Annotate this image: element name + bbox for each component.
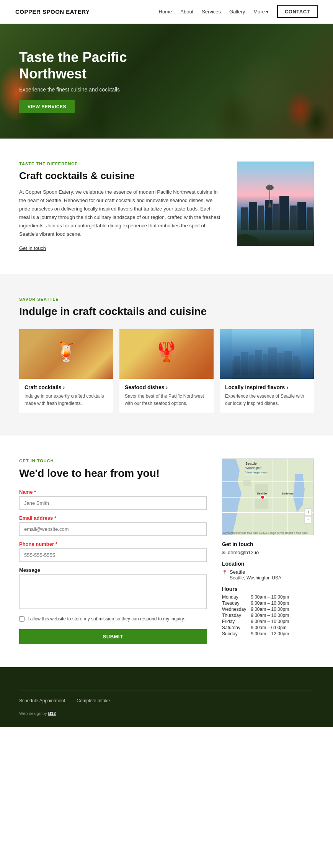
svg-rect-7 — [279, 196, 289, 230]
email-label: Email address * — [19, 515, 207, 521]
svg-rect-5 — [265, 200, 273, 230]
nav-link-gallery[interactable]: Gallery — [229, 9, 245, 15]
svg-rect-8 — [290, 206, 297, 230]
card-flavors-title: Locally inspired flavors › — [225, 384, 309, 390]
location-row: 📍 Seattle Seattle, Washington USA — [222, 569, 314, 581]
card-cocktails[interactable]: Craft cocktails › Indulge in our expertl… — [19, 329, 113, 413]
nav-link-home[interactable]: Home — [159, 9, 172, 15]
hours-time: 9:00am – 10:00pm — [251, 619, 314, 624]
card-seafood[interactable]: Seafood dishes › Savor the best of the P… — [119, 329, 214, 413]
svg-text:Washington: Washington — [245, 466, 261, 470]
consent-checkbox[interactable] — [19, 616, 24, 622]
email-input[interactable] — [19, 522, 207, 536]
svg-rect-6 — [273, 204, 279, 230]
about-title: Craft cocktails & cuisine — [19, 170, 222, 182]
card-cocktails-title: Craft cocktails › — [24, 384, 108, 390]
name-input[interactable] — [19, 496, 207, 510]
svg-rect-38 — [255, 499, 268, 509]
hours-time: 9:00am – 6:00pm — [251, 625, 314, 630]
svg-text:+: + — [307, 509, 310, 515]
svg-rect-10 — [307, 207, 313, 230]
svg-rect-4 — [258, 206, 264, 230]
card-flavors-arrow-icon: › — [286, 384, 288, 390]
location-section: Location 📍 Seattle Seattle, Washington U… — [222, 561, 314, 581]
svg-text:View larger map: View larger map — [245, 471, 268, 474]
about-image — [237, 162, 314, 246]
svg-rect-15 — [232, 329, 301, 379]
contact-title: We'd love to hear from you! — [19, 467, 207, 480]
card-flavors-body: Locally inspired flavors › Experience th… — [220, 379, 314, 413]
message-textarea[interactable] — [19, 574, 207, 609]
hours-time: 9:00am – 10:00pm — [251, 607, 314, 612]
svg-text:−: − — [307, 517, 310, 522]
footer: Schedule Appointment Complete Intake Web… — [0, 667, 333, 727]
svg-rect-18 — [241, 352, 248, 375]
hours-day: Sunday — [222, 631, 246, 636]
card-seafood-desc: Savor the best of the Pacific Northwest … — [125, 393, 208, 407]
contact-info-heading-section: Get in touch ✉ demo@b12.io — [222, 541, 314, 555]
card-cocktails-arrow-icon: › — [63, 384, 65, 390]
card-seafood-arrow-icon: › — [166, 384, 168, 390]
contact-info-panel: Seattle Washington View larger map Seatt… — [222, 458, 314, 642]
nav-more-dropdown[interactable]: More ▾ — [253, 9, 269, 15]
nav-link-services[interactable]: Services — [202, 9, 221, 15]
hours-heading: Hours — [222, 586, 314, 592]
services-title: Indulge in craft cocktails and cuisine — [19, 305, 314, 318]
svg-point-12 — [266, 185, 274, 190]
svg-rect-17 — [234, 356, 240, 375]
nav-link-about[interactable]: About — [180, 9, 193, 15]
svg-text:Seattle: Seattle — [257, 492, 267, 495]
footer-b12-link[interactable]: B12 — [48, 711, 56, 716]
nav-links: Home About Services Gallery More ▾ CONTA… — [159, 5, 318, 18]
svg-rect-2 — [241, 207, 248, 230]
about-tag: TASTE THE DIFFERENCE — [19, 162, 222, 166]
svg-rect-3 — [249, 202, 257, 230]
phone-label: Phone number * — [19, 541, 207, 547]
footer-link-intake[interactable]: Complete Intake — [77, 698, 110, 703]
card-flavors-desc: Experience the essence of Seattle with o… — [225, 393, 309, 407]
hours-grid: Monday9:00am – 10:00pmTuesday9:00am – 10… — [222, 594, 314, 636]
chevron-down-icon: ▾ — [266, 9, 269, 15]
card-cocktails-desc: Indulge in our expertly crafted cocktail… — [24, 393, 108, 407]
card-flavors[interactable]: Locally inspired flavors › Experience th… — [220, 329, 314, 413]
location-address-link[interactable]: Seattle, Washington USA — [230, 575, 281, 581]
hours-day: Monday — [222, 594, 246, 600]
footer-link-schedule[interactable]: Schedule Appointment — [19, 698, 65, 703]
svg-rect-19 — [249, 355, 255, 375]
services-section: SAVOR SEATTLE Indulge in craft cocktails… — [0, 274, 333, 436]
about-link[interactable]: Get in touch — [19, 245, 46, 251]
svg-point-39 — [261, 495, 264, 499]
phone-input[interactable] — [19, 548, 207, 562]
svg-rect-9 — [297, 202, 306, 230]
hero-cta-button[interactable]: VIEW SERVICES — [19, 100, 75, 113]
hours-day: Tuesday — [222, 600, 246, 606]
contact-tag: GET IN TOUCH — [19, 458, 207, 463]
nav-contact-button[interactable]: CONTACT — [277, 5, 318, 18]
brand-logo: COPPER SPOON EATERY — [15, 8, 90, 15]
get-in-touch-heading: Get in touch — [222, 541, 314, 547]
submit-button[interactable]: SUBMIT — [19, 629, 207, 644]
contact-email-link[interactable]: demo@b12.io — [228, 550, 259, 555]
message-label: Message — [19, 567, 207, 573]
services-tag: SAVOR SEATTLE — [19, 297, 314, 302]
svg-rect-23 — [278, 353, 284, 375]
svg-rect-20 — [255, 350, 262, 375]
svg-rect-36 — [243, 480, 251, 486]
hours-day: Thursday — [222, 613, 246, 618]
location-city: Seattle — [230, 569, 281, 575]
contact-section: GET IN TOUCH We'd love to hear from you!… — [0, 436, 333, 667]
name-label: Name * — [19, 489, 207, 495]
svg-rect-22 — [268, 348, 277, 375]
svg-point-14 — [237, 234, 260, 246]
footer-webdesign: Web design by B12 — [19, 711, 314, 716]
hero-content: Taste the Pacific Northwest Experience t… — [0, 34, 161, 129]
svg-text:Bellevue: Bellevue — [282, 492, 294, 495]
card-seafood-image — [119, 329, 214, 379]
email-icon: ✉ — [222, 550, 225, 555]
hours-time: 9:00am – 10:00pm — [251, 600, 314, 606]
svg-rect-1 — [237, 211, 314, 246]
card-cocktails-image — [19, 329, 113, 379]
card-seafood-title: Seafood dishes › — [125, 384, 208, 390]
hero-subtitle: Experience the finest cuisine and cockta… — [19, 86, 142, 93]
contact-email-row: ✉ demo@b12.io — [222, 550, 314, 555]
